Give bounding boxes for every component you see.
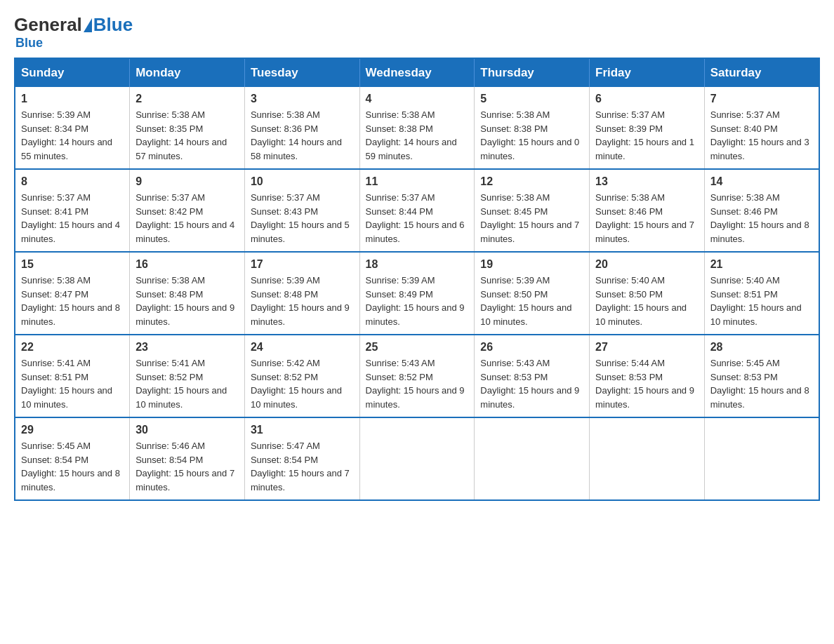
day-number: 18 <box>366 258 469 271</box>
calendar-week-row: 8 Sunrise: 5:37 AMSunset: 8:41 PMDayligh… <box>15 169 819 252</box>
day-info: Sunrise: 5:37 AMSunset: 8:40 PMDaylight:… <box>710 108 813 163</box>
day-number: 20 <box>595 258 699 271</box>
day-number: 5 <box>480 93 583 105</box>
day-number: 30 <box>135 424 239 436</box>
day-number: 17 <box>251 258 354 271</box>
day-info: Sunrise: 5:47 AMSunset: 8:54 PMDaylight:… <box>251 439 354 494</box>
calendar-cell: 29 Sunrise: 5:45 AMSunset: 8:54 PMDaylig… <box>15 417 130 500</box>
day-info: Sunrise: 5:42 AMSunset: 8:52 PMDaylight:… <box>251 356 354 411</box>
calendar-cell: 24 Sunrise: 5:42 AMSunset: 8:52 PMDaylig… <box>244 335 359 417</box>
day-info: Sunrise: 5:39 AMSunset: 8:50 PMDaylight:… <box>480 274 583 328</box>
day-number: 11 <box>366 175 469 188</box>
day-info: Sunrise: 5:46 AMSunset: 8:54 PMDaylight:… <box>135 439 239 494</box>
calendar-week-row: 1 Sunrise: 5:39 AMSunset: 8:34 PMDayligh… <box>15 87 819 169</box>
calendar-cell: 30 Sunrise: 5:46 AMSunset: 8:54 PMDaylig… <box>130 417 245 500</box>
logo-subtitle: Blue <box>15 36 43 51</box>
calendar-cell: 21 Sunrise: 5:40 AMSunset: 8:51 PMDaylig… <box>704 252 819 335</box>
calendar-header-tuesday: Tuesday <box>244 58 359 87</box>
day-number: 28 <box>710 341 813 354</box>
day-info: Sunrise: 5:37 AMSunset: 8:42 PMDaylight:… <box>135 191 239 246</box>
day-number: 12 <box>480 175 583 188</box>
calendar-header-monday: Monday <box>130 58 245 87</box>
calendar-cell: 3 Sunrise: 5:38 AMSunset: 8:36 PMDayligh… <box>244 87 359 169</box>
day-info: Sunrise: 5:41 AMSunset: 8:52 PMDaylight:… <box>135 356 239 411</box>
calendar-cell <box>590 417 705 500</box>
calendar-week-row: 22 Sunrise: 5:41 AMSunset: 8:51 PMDaylig… <box>15 335 819 417</box>
day-number: 10 <box>251 175 354 188</box>
calendar-cell: 12 Sunrise: 5:38 AMSunset: 8:45 PMDaylig… <box>475 169 590 252</box>
day-info: Sunrise: 5:38 AMSunset: 8:38 PMDaylight:… <box>366 108 469 163</box>
calendar-cell: 5 Sunrise: 5:38 AMSunset: 8:38 PMDayligh… <box>475 87 590 169</box>
calendar-cell: 14 Sunrise: 5:38 AMSunset: 8:46 PMDaylig… <box>704 169 819 252</box>
calendar-header-wednesday: Wednesday <box>359 58 475 87</box>
day-number: 21 <box>710 258 813 271</box>
calendar-cell: 31 Sunrise: 5:47 AMSunset: 8:54 PMDaylig… <box>244 417 359 500</box>
day-number: 4 <box>366 93 469 105</box>
calendar-cell: 26 Sunrise: 5:43 AMSunset: 8:53 PMDaylig… <box>475 335 590 417</box>
day-number: 3 <box>251 93 354 105</box>
calendar-header-sunday: Sunday <box>15 58 130 87</box>
day-number: 24 <box>251 341 354 354</box>
day-info: Sunrise: 5:38 AMSunset: 8:36 PMDaylight:… <box>251 108 354 163</box>
day-number: 31 <box>251 424 354 436</box>
calendar-header-thursday: Thursday <box>475 58 590 87</box>
calendar-cell: 18 Sunrise: 5:39 AMSunset: 8:49 PMDaylig… <box>359 252 475 335</box>
day-info: Sunrise: 5:38 AMSunset: 8:46 PMDaylight:… <box>595 191 699 246</box>
calendar-cell: 25 Sunrise: 5:43 AMSunset: 8:52 PMDaylig… <box>359 335 475 417</box>
page-header: General Blue Blue <box>14 14 820 51</box>
day-info: Sunrise: 5:39 AMSunset: 8:49 PMDaylight:… <box>366 274 469 328</box>
logo-triangle-icon <box>84 18 92 32</box>
calendar-cell <box>704 417 819 500</box>
day-info: Sunrise: 5:38 AMSunset: 8:35 PMDaylight:… <box>135 108 239 163</box>
day-number: 22 <box>21 341 124 354</box>
day-number: 13 <box>595 175 699 188</box>
calendar-cell: 1 Sunrise: 5:39 AMSunset: 8:34 PMDayligh… <box>15 87 130 169</box>
day-info: Sunrise: 5:43 AMSunset: 8:53 PMDaylight:… <box>480 356 583 411</box>
calendar-header-saturday: Saturday <box>704 58 819 87</box>
day-info: Sunrise: 5:37 AMSunset: 8:44 PMDaylight:… <box>366 191 469 246</box>
day-info: Sunrise: 5:45 AMSunset: 8:54 PMDaylight:… <box>21 439 124 494</box>
day-number: 23 <box>135 341 239 354</box>
calendar-week-row: 15 Sunrise: 5:38 AMSunset: 8:47 PMDaylig… <box>15 252 819 335</box>
day-info: Sunrise: 5:43 AMSunset: 8:52 PMDaylight:… <box>366 356 469 411</box>
logo-text: General Blue <box>14 14 133 36</box>
day-number: 16 <box>135 258 239 271</box>
calendar-cell: 8 Sunrise: 5:37 AMSunset: 8:41 PMDayligh… <box>15 169 130 252</box>
calendar-cell: 19 Sunrise: 5:39 AMSunset: 8:50 PMDaylig… <box>475 252 590 335</box>
day-info: Sunrise: 5:38 AMSunset: 8:47 PMDaylight:… <box>21 274 124 328</box>
calendar-cell <box>359 417 475 500</box>
calendar-cell <box>475 417 590 500</box>
calendar-cell: 27 Sunrise: 5:44 AMSunset: 8:53 PMDaylig… <box>590 335 705 417</box>
calendar-table: SundayMondayTuesdayWednesdayThursdayFrid… <box>14 58 820 501</box>
day-number: 19 <box>480 258 583 271</box>
day-number: 1 <box>21 93 124 105</box>
calendar-cell: 9 Sunrise: 5:37 AMSunset: 8:42 PMDayligh… <box>130 169 245 252</box>
day-number: 15 <box>21 258 124 271</box>
day-number: 14 <box>710 175 813 188</box>
calendar-cell: 4 Sunrise: 5:38 AMSunset: 8:38 PMDayligh… <box>359 87 475 169</box>
calendar-cell: 28 Sunrise: 5:45 AMSunset: 8:53 PMDaylig… <box>704 335 819 417</box>
day-info: Sunrise: 5:38 AMSunset: 8:45 PMDaylight:… <box>480 191 583 246</box>
calendar-cell: 7 Sunrise: 5:37 AMSunset: 8:40 PMDayligh… <box>704 87 819 169</box>
day-number: 25 <box>366 341 469 354</box>
calendar-cell: 6 Sunrise: 5:37 AMSunset: 8:39 PMDayligh… <box>590 87 705 169</box>
calendar-cell: 13 Sunrise: 5:38 AMSunset: 8:46 PMDaylig… <box>590 169 705 252</box>
day-number: 27 <box>595 341 699 354</box>
day-info: Sunrise: 5:40 AMSunset: 8:50 PMDaylight:… <box>595 274 699 328</box>
calendar-cell: 16 Sunrise: 5:38 AMSunset: 8:48 PMDaylig… <box>130 252 245 335</box>
calendar-header-row: SundayMondayTuesdayWednesdayThursdayFrid… <box>15 58 819 87</box>
calendar-cell: 17 Sunrise: 5:39 AMSunset: 8:48 PMDaylig… <box>244 252 359 335</box>
day-info: Sunrise: 5:39 AMSunset: 8:34 PMDaylight:… <box>21 108 124 163</box>
day-info: Sunrise: 5:38 AMSunset: 8:38 PMDaylight:… <box>480 108 583 163</box>
day-number: 7 <box>710 93 813 105</box>
day-info: Sunrise: 5:37 AMSunset: 8:43 PMDaylight:… <box>251 191 354 246</box>
calendar-cell: 15 Sunrise: 5:38 AMSunset: 8:47 PMDaylig… <box>15 252 130 335</box>
calendar-cell: 11 Sunrise: 5:37 AMSunset: 8:44 PMDaylig… <box>359 169 475 252</box>
calendar-cell: 2 Sunrise: 5:38 AMSunset: 8:35 PMDayligh… <box>130 87 245 169</box>
day-info: Sunrise: 5:38 AMSunset: 8:46 PMDaylight:… <box>710 191 813 246</box>
calendar-cell: 23 Sunrise: 5:41 AMSunset: 8:52 PMDaylig… <box>130 335 245 417</box>
day-number: 26 <box>480 341 583 354</box>
day-info: Sunrise: 5:39 AMSunset: 8:48 PMDaylight:… <box>251 274 354 328</box>
calendar-header-friday: Friday <box>590 58 705 87</box>
calendar-cell: 10 Sunrise: 5:37 AMSunset: 8:43 PMDaylig… <box>244 169 359 252</box>
